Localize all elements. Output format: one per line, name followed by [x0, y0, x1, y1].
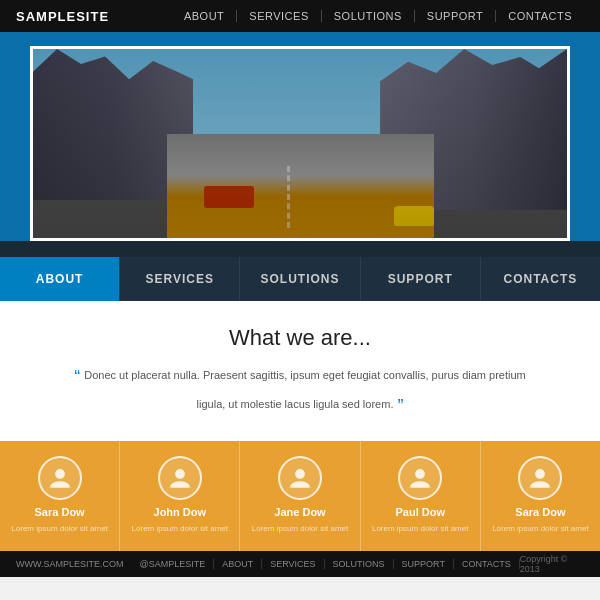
member-name-1: Sara Dow — [35, 506, 85, 518]
top-nav-links: ABOUT SERVICES SOLUTIONS SUPPORT CONTACT… — [172, 10, 584, 22]
top-nav-services[interactable]: SERVICES — [236, 10, 320, 22]
dark-band — [0, 241, 600, 257]
avatar-3 — [278, 456, 322, 500]
team-member-1[interactable]: Sara Dow Lorem ipsum dolor sit amet — [0, 441, 120, 551]
avatar-5 — [518, 456, 562, 500]
top-nav-about[interactable]: ABOUT — [172, 10, 236, 22]
team-member-4[interactable]: Paul Dow Lorem ipsum dolor sit amet — [361, 441, 481, 551]
avatar-1 — [38, 456, 82, 500]
member-desc-2: Lorem ipsum dolor sit amet — [132, 524, 228, 534]
city-scene — [33, 49, 567, 238]
hero-area — [0, 32, 600, 241]
member-name-3: Jane Dow — [274, 506, 325, 518]
footer: WWW.SAMPLESITE.COM @SAMPLESITE ABOUT SER… — [0, 551, 600, 577]
team-member-5[interactable]: Sara Dow Lorem ipsum dolor sit amet — [481, 441, 600, 551]
member-name-2: John Dow — [154, 506, 207, 518]
section-quote: Donec ut placerat nulla. Praesent sagitt… — [60, 363, 540, 421]
top-nav-contacts[interactable]: CONTACTS — [495, 10, 584, 22]
tab-solutions[interactable]: SOLUTIONS — [240, 257, 360, 301]
footer-contacts[interactable]: CONTACTS — [454, 559, 520, 569]
svg-point-2 — [295, 469, 305, 479]
footer-about[interactable]: ABOUT — [214, 559, 262, 569]
svg-point-1 — [175, 469, 185, 479]
footer-social[interactable]: @SAMPLESITE — [132, 559, 215, 569]
svg-point-3 — [415, 469, 425, 479]
person-icon-3 — [287, 465, 313, 491]
site-logo: SAMPLESITE — [16, 9, 109, 24]
hero-image — [30, 46, 570, 241]
top-navigation: SAMPLESITE ABOUT SERVICES SOLUTIONS SUPP… — [0, 0, 600, 32]
section-heading: What we are... — [60, 325, 540, 351]
member-name-4: Paul Dow — [395, 506, 445, 518]
tab-contacts[interactable]: CONTACTS — [481, 257, 600, 301]
tab-support[interactable]: SUPPORT — [361, 257, 481, 301]
avatar-2 — [158, 456, 202, 500]
footer-url[interactable]: WWW.SAMPLESITE.COM — [16, 559, 132, 569]
team-section: Sara Dow Lorem ipsum dolor sit amet John… — [0, 441, 600, 551]
svg-point-4 — [536, 469, 546, 479]
footer-copyright: Copyright © 2013 — [520, 554, 584, 574]
member-desc-4: Lorem ipsum dolor sit amet — [372, 524, 468, 534]
footer-support[interactable]: SUPPORT — [394, 559, 454, 569]
footer-solutions[interactable]: SOLUTIONS — [325, 559, 394, 569]
team-member-2[interactable]: John Dow Lorem ipsum dolor sit amet — [120, 441, 240, 551]
main-navigation: ABOUT SERVICES SOLUTIONS SUPPORT CONTACT… — [0, 257, 600, 301]
member-name-5: Sara Dow — [515, 506, 565, 518]
svg-point-0 — [55, 469, 65, 479]
member-desc-3: Lorem ipsum dolor sit amet — [252, 524, 348, 534]
footer-services[interactable]: SERVICES — [262, 559, 324, 569]
person-icon-4 — [407, 465, 433, 491]
top-nav-support[interactable]: SUPPORT — [414, 10, 495, 22]
team-member-3[interactable]: Jane Dow Lorem ipsum dolor sit amet — [240, 441, 360, 551]
person-icon-5 — [527, 465, 553, 491]
member-desc-5: Lorem ipsum dolor sit amet — [492, 524, 588, 534]
person-icon-1 — [47, 465, 73, 491]
content-section: What we are... Donec ut placerat nulla. … — [0, 301, 600, 441]
avatar-4 — [398, 456, 442, 500]
member-desc-1: Lorem ipsum dolor sit amet — [11, 524, 107, 534]
person-icon-2 — [167, 465, 193, 491]
top-nav-solutions[interactable]: SOLUTIONS — [321, 10, 414, 22]
city-overlay — [33, 49, 567, 238]
tab-about[interactable]: ABOUT — [0, 257, 120, 301]
tab-services[interactable]: SERVICES — [120, 257, 240, 301]
